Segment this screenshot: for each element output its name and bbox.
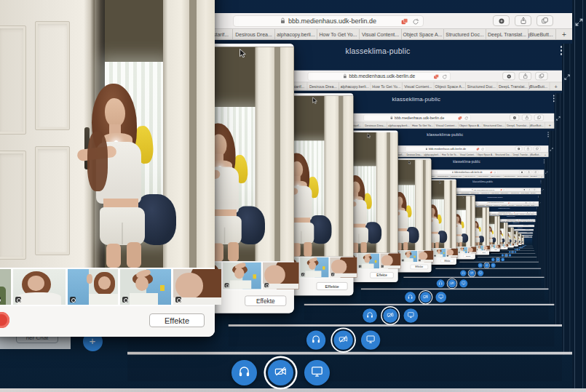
expand-icon[interactable] — [563, 73, 571, 81]
browser-tab-7[interactable]: Structured Doc... — [494, 152, 511, 156]
browser-tab-5[interactable]: Visual Content... — [499, 204, 507, 205]
effects-button[interactable]: Effekte — [149, 313, 205, 327]
share-icon[interactable] — [521, 114, 531, 120]
browser-tab-8[interactable]: DeepL Translat... — [497, 82, 529, 90]
share-icon[interactable] — [527, 201, 530, 204]
address-field[interactable]: bbb.medienhaus.udk-berlin.de — [436, 170, 496, 174]
browser-tab-4[interactable]: How To Get Yo... — [480, 191, 490, 193]
address-field[interactable]: bbb.medienhaus.udk-berlin.de — [500, 219, 519, 220]
browser-tab-8[interactable]: DeepL Translat... — [520, 191, 530, 193]
browser-tab-5[interactable]: Visual Content... — [458, 152, 475, 156]
browser-tab-8[interactable]: DeepL Translat... — [524, 213, 530, 215]
effects-button[interactable]: Effekte — [245, 295, 286, 305]
browser-tab-5[interactable]: Visual Content... — [434, 122, 458, 128]
browser-tab-4[interactable]: How To Get Yo... — [463, 175, 476, 177]
effects-button[interactable]: Effekte — [479, 251, 486, 253]
kebab-menu-icon[interactable] — [542, 159, 544, 163]
camera-off-button[interactable] — [268, 360, 293, 385]
browser-tab-7[interactable]: Structured Doc... — [518, 213, 524, 215]
reload-icon[interactable] — [480, 147, 483, 151]
browser-tab-3[interactable]: alphacopy.berli... — [422, 152, 440, 156]
tabs-overview-icon[interactable] — [535, 72, 547, 80]
red-stacked-squares-icon[interactable] — [499, 188, 502, 191]
browser-tab-active[interactable]: BigBlueButt... — [529, 82, 550, 90]
browser-tab-7[interactable]: Structured Doc... — [515, 204, 522, 205]
browser-tab-3[interactable]: alphacopy.berli... — [470, 191, 480, 193]
address-field[interactable]: bbb.medienhaus.udk-berlin.de — [507, 225, 522, 225]
effects-button[interactable]: Effekte — [369, 272, 392, 278]
new-tab-button[interactable]: + — [550, 82, 562, 90]
browser-tab-5[interactable]: Visual Content... — [403, 82, 435, 90]
browser-tab-6[interactable]: Object Space A... — [476, 152, 494, 156]
address-field[interactable]: bbb.medienhaus.udk-berlin.de — [363, 114, 470, 121]
browser-tab-active[interactable]: BigBlueButt... — [530, 204, 535, 205]
browser-tab-8[interactable]: DeepL Translat... — [526, 220, 530, 221]
new-tab-button[interactable]: + — [545, 122, 553, 128]
kebab-menu-icon[interactable] — [551, 95, 555, 103]
browser-tab-2[interactable]: Desirous Drea... — [477, 204, 484, 205]
browser-tab-5[interactable]: Visual Content... — [489, 191, 499, 193]
expand-icon[interactable] — [548, 147, 553, 151]
browser-tab-4[interactable]: How To Get Yo... — [492, 204, 499, 205]
address-field[interactable]: bbb.medienhaus.udk-berlin.de — [520, 234, 526, 235]
kebab-menu-icon[interactable] — [539, 180, 541, 183]
address-field[interactable]: bbb.medienhaus.udk-berlin.de — [307, 72, 451, 81]
browser-tab-3[interactable]: alphacopy.berli... — [485, 204, 492, 205]
effects-button[interactable]: Effekte — [410, 264, 427, 268]
privacy-dot-icon[interactable] — [518, 170, 523, 174]
browser-tab-4[interactable]: How To Get Yo... — [509, 220, 513, 221]
browser-tab-8[interactable]: DeepL Translat... — [512, 152, 529, 156]
new-tab-button[interactable]: + — [556, 29, 572, 39]
browser-tab-4[interactable]: How To Get Yo... — [411, 122, 435, 128]
address-field[interactable]: bbb.medienhaus.udk-berlin.de — [459, 188, 504, 191]
tabs-overview-icon[interactable] — [534, 114, 543, 120]
address-field[interactable]: bbb.medienhaus.udk-berlin.de — [491, 211, 516, 212]
browser-tab-2[interactable]: Desirous Drea... — [363, 122, 387, 128]
share-icon[interactable] — [525, 170, 530, 174]
privacy-dot-icon[interactable] — [509, 114, 518, 120]
browser-tab-2[interactable]: Desirous Drea... — [459, 191, 470, 193]
privacy-dot-icon[interactable] — [523, 201, 526, 204]
privacy-dot-icon[interactable] — [528, 228, 528, 229]
red-stacked-squares-icon[interactable] — [475, 147, 479, 151]
new-tab-button[interactable]: + — [538, 175, 543, 177]
screenshare-button[interactable] — [360, 330, 379, 349]
expand-icon[interactable] — [544, 170, 547, 174]
reload-icon[interactable] — [493, 171, 495, 174]
browser-tab-2[interactable]: Desirous Drea... — [500, 220, 504, 221]
browser-tab-7[interactable]: Structured Doc... — [444, 29, 486, 39]
share-icon[interactable] — [515, 15, 531, 26]
privacy-dot-icon[interactable] — [502, 72, 515, 80]
expand-icon[interactable] — [540, 188, 543, 191]
browser-tab-6[interactable]: Object Space A... — [499, 191, 510, 193]
browser-tab-7[interactable]: Structured Doc... — [510, 191, 520, 193]
browser-tab-2[interactable]: Desirous Drea... — [436, 175, 449, 177]
audio-button[interactable] — [362, 308, 376, 322]
webcam-window[interactable]: Effekte — [0, 0, 215, 337]
browser-tab-6[interactable]: Object Space A... — [513, 213, 519, 215]
browser-tab-6[interactable]: Object Space A... — [489, 175, 502, 177]
address-field[interactable]: bbb.medienhaus.udk-berlin.de — [477, 201, 511, 204]
browser-tab-active[interactable]: BigBlueButt... — [528, 29, 556, 39]
browser-tab-4[interactable]: How To Get Yo... — [440, 152, 458, 156]
browser-tab-6[interactable]: Object Space A... — [434, 82, 466, 90]
browser-tab-active[interactable]: BigBlueButt... — [529, 175, 538, 177]
privacy-dot-icon[interactable] — [526, 219, 528, 220]
new-tab-button[interactable]: + — [541, 152, 547, 156]
browser-tab-2[interactable]: Desirous Drea... — [233, 29, 275, 39]
browser-tab-3[interactable]: alphacopy.berli... — [496, 213, 502, 215]
tabs-overview-icon[interactable] — [533, 146, 540, 151]
browser-tab-8[interactable]: DeepL Translat... — [486, 29, 528, 39]
reload-icon[interactable] — [502, 188, 504, 191]
browser-tab-6[interactable]: Object Space A... — [458, 122, 482, 128]
red-stacked-squares-icon[interactable] — [517, 219, 518, 220]
browser-tab-active[interactable]: BigBlueButt... — [530, 191, 536, 193]
expand-icon[interactable] — [555, 115, 561, 121]
privacy-dot-icon[interactable] — [525, 211, 527, 212]
browser-tab-active[interactable]: BigBlueButt... — [529, 122, 545, 128]
effects-button[interactable]: Effekte — [462, 255, 472, 257]
tabs-overview-icon[interactable] — [531, 201, 534, 204]
browser-tab-6[interactable]: Object Space A... — [507, 204, 515, 205]
browser-tab-7[interactable]: Structured Doc... — [482, 122, 506, 128]
red-stacked-squares-icon[interactable] — [433, 73, 439, 81]
